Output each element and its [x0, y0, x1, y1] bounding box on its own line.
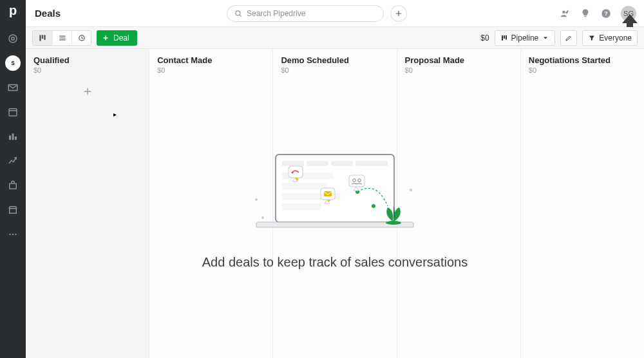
plus-icon [394, 9, 403, 18]
stage-amount: $0 [529, 66, 636, 74]
stage-title: Contact Made [157, 55, 265, 65]
search-icon [234, 9, 243, 18]
nav-deals-icon[interactable]: $ [5, 55, 21, 71]
svg-rect-4 [9, 136, 11, 140]
svg-rect-8 [10, 209, 17, 214]
svg-rect-24 [506, 35, 507, 40]
toolbar-right: $0 Pipeline Everyone [480, 30, 638, 46]
stage-title: Negotiations Started [529, 55, 636, 65]
pipeline-icon [500, 34, 508, 42]
nav-marketplace-icon[interactable] [5, 202, 21, 218]
empty-state-heading: Add deals to keep track of sales convers… [202, 255, 468, 270]
svg-rect-6 [15, 137, 17, 140]
view-switcher [32, 30, 91, 46]
add-deal-button[interactable]: Deal [97, 30, 137, 46]
chevron-down-icon [542, 34, 549, 42]
stage-title: Demo Scheduled [281, 55, 388, 65]
help-icon[interactable]: ? [600, 8, 612, 19]
search-input[interactable]: Search Pipedrive [227, 5, 384, 22]
svg-point-9 [9, 234, 10, 235]
add-deal-in-stage-button[interactable] [82, 86, 93, 97]
stage-amount: $0 [281, 66, 388, 74]
svg-rect-22 [502, 35, 503, 41]
nav-calendar-icon[interactable] [5, 104, 21, 120]
plus-icon [102, 34, 109, 42]
top-header: Deals Search Pipedrive ? SG [26, 0, 644, 27]
quick-add-button[interactable] [390, 5, 407, 22]
svg-rect-19 [42, 35, 43, 39]
nav-insights-icon[interactable] [5, 153, 21, 169]
svg-point-1 [12, 37, 15, 41]
search-area: Search Pipedrive [227, 5, 407, 22]
svg-point-0 [9, 35, 17, 42]
svg-rect-3 [9, 109, 17, 116]
edit-pipeline-button[interactable] [560, 30, 577, 46]
svg-point-10 [12, 234, 14, 235]
stage-column[interactable]: Demo Scheduled $0 [273, 49, 397, 358]
filter-label: Everyone [599, 33, 632, 42]
nav-contacts-icon[interactable] [5, 129, 21, 144]
pipeline-total: $0 [480, 33, 489, 42]
svg-point-13 [562, 10, 565, 14]
stage-title: Proposal Made [405, 55, 513, 65]
add-deal-label: Deal [113, 33, 129, 42]
tips-icon[interactable] [580, 8, 591, 19]
owner-filter[interactable]: Everyone [582, 30, 638, 46]
search-placeholder: Search Pipedrive [247, 9, 305, 18]
svg-point-12 [236, 10, 240, 15]
main-sidebar: p $ [0, 0, 26, 358]
plus-icon [82, 86, 93, 97]
app-logo[interactable]: p [9, 4, 17, 17]
svg-text:?: ? [604, 10, 608, 17]
svg-text:$: $ [11, 60, 15, 66]
svg-rect-7 [10, 184, 17, 189]
view-kanban-button[interactable] [33, 31, 52, 45]
stage-title: Qualified [33, 55, 141, 65]
svg-point-11 [15, 234, 16, 235]
stage-amount: $0 [405, 66, 513, 74]
pipeline-label: Pipeline [511, 33, 539, 42]
svg-rect-20 [44, 35, 45, 40]
svg-rect-5 [12, 134, 14, 140]
cursor-indicator: ▸ [113, 111, 117, 118]
nav-target-icon[interactable] [5, 31, 21, 46]
nav-more-icon[interactable] [5, 227, 21, 242]
svg-rect-23 [504, 35, 505, 39]
svg-rect-18 [39, 35, 41, 41]
pencil-icon [565, 34, 573, 42]
nav-products-icon[interactable] [5, 178, 21, 193]
stage-column[interactable]: Proposal Made $0 [397, 49, 521, 358]
pipeline-selector[interactable]: Pipeline [495, 30, 556, 46]
deals-toolbar: Deal $0 Pipeline Everyone [26, 27, 644, 49]
view-forecast-button[interactable] [71, 31, 91, 45]
stage-column[interactable]: Contact Made $0 [149, 49, 273, 358]
view-list-button[interactable] [52, 31, 71, 45]
invite-users-icon[interactable] [559, 8, 571, 19]
nav-mail-icon[interactable] [5, 80, 21, 95]
pipeline-board: Qualified $0 Contact Made $0 Demo Schedu… [26, 49, 644, 358]
filter-icon [588, 34, 596, 42]
svg-rect-15 [584, 15, 587, 17]
stage-column[interactable]: Negotiations Started $0 [521, 49, 644, 358]
stage-amount: $0 [157, 66, 265, 74]
stage-column[interactable]: Qualified $0 [26, 49, 149, 358]
stage-amount: $0 [33, 66, 141, 74]
page-title: Deals [35, 8, 61, 19]
